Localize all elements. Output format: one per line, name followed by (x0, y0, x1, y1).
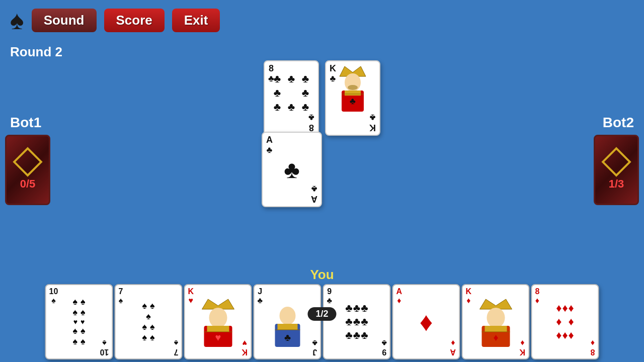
svg-text:♥: ♥ (215, 332, 221, 343)
hand-card-k-diamonds-art: ♦ (473, 297, 518, 347)
card-8-clubs-corner-tl: 8♣ (268, 64, 274, 84)
hand-card-a-diamonds-center: ♦ (393, 307, 459, 337)
card-8-clubs: 8♣ ♣ ♣ ♣ ♣ ♣ ♣ ♣ ♣ 8♣ (264, 60, 319, 136)
bot2-label: Bot2 (603, 115, 634, 131)
hand-card-j-clubs[interactable]: J♣ ♣ J♣ (254, 284, 321, 359)
svg-text:♣: ♣ (284, 332, 290, 343)
svg-text:♣: ♣ (350, 96, 356, 106)
spade-logo: ♠ (10, 7, 24, 33)
hand-card-k-hearts-tl: K♥ (188, 287, 194, 305)
round-label: Round 2 (10, 44, 62, 60)
svg-point-14 (279, 307, 295, 325)
hand-card-k-hearts-art: ♥ (195, 297, 240, 347)
played-cards-row: 8♣ ♣ ♣ ♣ ♣ ♣ ♣ ♣ ♣ 8♣ K♣ (264, 60, 380, 136)
hand-card-7-spades-pips: ♠♠ ♠ ♠♠ ♠♠ (139, 291, 157, 353)
hand-card-10-spades[interactable]: 10♠ ♠♠ ♠♠ ♥♥ ♠♠ ♠♠ 10♠ (45, 284, 113, 359)
card-a-clubs-corner-br: A♣ (311, 184, 317, 204)
svg-point-8 (209, 308, 227, 328)
hand-card-k-diamonds-tl: K♦ (466, 287, 472, 305)
hand-card-8-diamonds[interactable]: 8♦ ♦ ♦ ♦ ♦ ♦ ♦ ♦ ♦ 8♦ (531, 284, 599, 359)
card-k-clubs: K♣ ♣ (325, 60, 380, 136)
hand-card-10-spades-pips: ♠♠ ♠♠ ♥♥ ♠♠ ♠♠ (70, 287, 88, 357)
card-k-clubs-face: ♣ (333, 61, 373, 112)
hand-card-a-diamonds-tl: A♦ (396, 287, 403, 305)
hand-card-j-clubs-art: ♣ (265, 297, 310, 347)
svg-point-4 (348, 85, 358, 90)
bot2-diamond-icon (604, 149, 629, 174)
hand-card-9-clubs-br: 9♣ (381, 339, 387, 356)
card-8-clubs-corner-br: 8♣ (308, 112, 314, 132)
hand-card-9-clubs-pips: ♣ ♣ ♣ ♣ ♣ ♣ ♣ ♣ ♣ (341, 293, 372, 351)
card-k-clubs-corner-br: K♣ (369, 112, 376, 132)
hand-card-a-diamonds[interactable]: A♦ ♦ A♦ (392, 284, 460, 359)
hand-card-8-diamonds-br: 8♦ (591, 339, 595, 356)
svg-rect-3 (345, 90, 361, 96)
play-area: 8♣ ♣ ♣ ♣ ♣ ♣ ♣ ♣ ♣ 8♣ K♣ (264, 60, 380, 207)
you-label: You (310, 267, 334, 283)
header: ♠ Sound Score Exit (0, 0, 644, 40)
hand-card-k-hearts-br: K♥ (242, 339, 248, 356)
hand-card-j-clubs-br: J♣ (312, 339, 317, 356)
bot1-diamond-icon (15, 149, 40, 174)
card-a-clubs-corner-tl: A♣ (266, 135, 273, 155)
card-a-clubs: A♣ ♣ A♣ (262, 132, 322, 207)
svg-rect-22 (485, 326, 507, 332)
exit-button[interactable]: Exit (172, 9, 220, 32)
bot2-score: 1/3 (609, 177, 624, 191)
hand-card-7-spades-tl: 7♠ (119, 287, 123, 305)
hand-card-8-diamonds-tl: 8♦ (535, 287, 540, 305)
hand-card-7-spades-br: 7♠ (174, 339, 179, 356)
svg-text:♦: ♦ (493, 332, 498, 343)
svg-rect-10 (207, 326, 229, 332)
hand-card-k-diamonds-br: K♦ (520, 339, 526, 356)
player-hand: 10♠ ♠♠ ♠♠ ♥♥ ♠♠ ♠♠ 10♠ 7♠ ♠♠ ♠ ♠♠ ♠♠ 7♠ … (45, 284, 599, 359)
trick-counter: 1/2 (307, 307, 336, 321)
svg-point-20 (487, 308, 505, 328)
hand-card-9-clubs-tl: 9♣ (327, 287, 333, 305)
hand-card-9-clubs[interactable]: 9♣ ♣ ♣ ♣ ♣ ♣ ♣ ♣ ♣ ♣ 9♣ (323, 284, 391, 359)
svg-rect-16 (277, 324, 297, 330)
hand-card-10-spades-br: 10♠ (100, 339, 109, 356)
bot1-score: 0/5 (20, 177, 36, 191)
hand-card-10-spades-tl: 10♠ (49, 287, 58, 305)
bot1-score-badge: 0/5 (5, 135, 50, 205)
hand-card-k-hearts[interactable]: K♥ ♥ K♥ (184, 284, 252, 359)
hand-card-k-diamonds[interactable]: K♦ ♦ K♦ (462, 284, 530, 359)
bot2-score-badge: 1/3 (594, 135, 639, 205)
sound-button[interactable]: Sound (32, 9, 97, 32)
score-button[interactable]: Score (104, 9, 165, 32)
bot1-label: Bot1 (10, 115, 41, 131)
hand-card-8-diamonds-pips: ♦ ♦ ♦ ♦ ♦ ♦ ♦ ♦ (552, 293, 578, 351)
hand-card-7-spades[interactable]: 7♠ ♠♠ ♠ ♠♠ ♠♠ 7♠ (115, 284, 183, 359)
hand-card-a-diamonds-br: A♦ (450, 339, 456, 356)
hand-card-j-clubs-tl: J♣ (258, 287, 263, 305)
